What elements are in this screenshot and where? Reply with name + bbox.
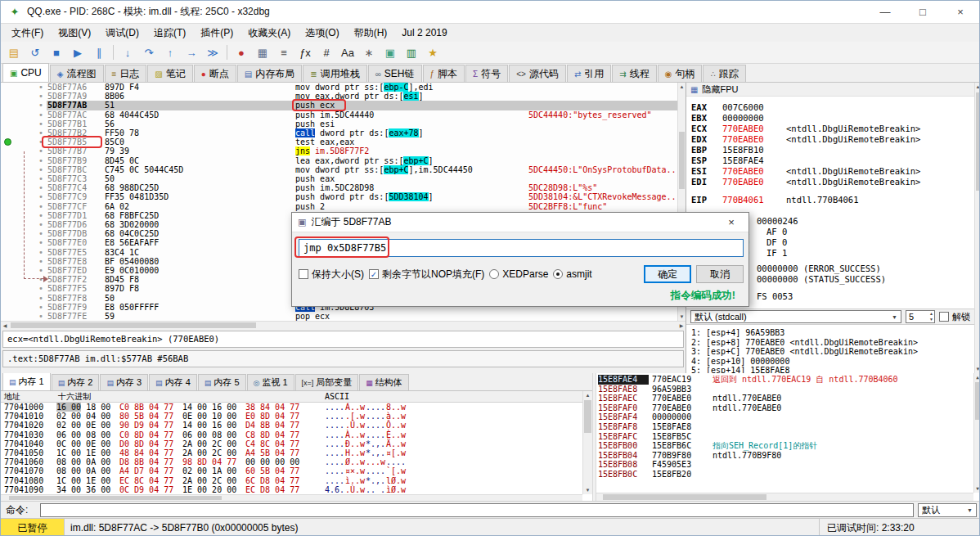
settings-icon[interactable]: ∗ — [359, 43, 379, 61]
cpu-icon[interactable]: ▣ — [380, 43, 400, 61]
stack-row[interactable]: 15E8FAE896A59BB3 — [596, 385, 980, 394]
step-out-icon[interactable]: ↑ — [160, 43, 180, 61]
menu-build-date[interactable]: Jul 2 2019 — [394, 25, 454, 41]
tab-memory-4[interactable]: ▤内存 4 — [149, 374, 197, 390]
run-to-cursor-icon[interactable]: → — [182, 43, 201, 61]
tab-memory-5[interactable]: ▤内存 5 — [198, 374, 246, 390]
register-eax[interactable]: EAX007C6000 — [691, 102, 786, 112]
scroll-thumb[interactable] — [584, 400, 591, 433]
tab-symbols[interactable]: Σ符号 — [465, 65, 508, 82]
tab-references[interactable]: ⇄引用 — [567, 65, 611, 82]
tab-notes[interactable]: ▨笔记 — [147, 65, 192, 82]
hide-fpu-bar[interactable]: ▦ 隐藏FPU — [686, 83, 974, 97]
stack-row[interactable]: 15E8FB0015E8FB6C指向SEH_Record[1]的指针 — [596, 441, 980, 451]
register-edx[interactable]: EDX770EABE0<ntdll.DbgUiRemoteBreakin> — [691, 134, 920, 144]
tab-memory-map[interactable]: ▤内存布局 — [237, 65, 302, 82]
register-eip[interactable]: EIP770B4061ntdll.770B4061 — [691, 195, 859, 205]
menu-trace[interactable]: 追踪(T) — [146, 25, 193, 41]
dump-vscrollbar[interactable]: ▲ ▼ — [582, 391, 592, 494]
disasm-row[interactable]: •5D8F77BCC745 0C 5044C45Dmov dword ptr s… — [1, 165, 677, 175]
scroll-thumb[interactable] — [603, 494, 766, 500]
dump-row[interactable]: 770410501C 00 1E 0048 84 04 772A 00 2C 0… — [1, 448, 582, 457]
tab-memory-3[interactable]: ▤内存 3 — [100, 374, 148, 390]
run-icon[interactable]: ▶ — [68, 43, 88, 61]
restart-icon[interactable]: ↺ — [25, 43, 45, 61]
stack-row[interactable]: 15E8FB04770B9F80ntdll.770B9F80 — [596, 451, 980, 461]
scroll-up-icon[interactable]: ▲ — [583, 391, 592, 399]
dump-row[interactable]: 7704101002 00 04 0080 5B 04 770E 00 10 0… — [1, 412, 582, 421]
maximize-button[interactable]: □ — [904, 1, 942, 23]
command-profile-select[interactable]: 默认 ▼ — [918, 503, 977, 517]
menu-view[interactable]: 视图(V) — [51, 25, 98, 41]
stop-icon[interactable]: ■ — [47, 43, 66, 61]
disasm-row[interactable]: •5D8F77AC68 4044C45Dpush im.5DC444405DC4… — [1, 110, 677, 120]
register-ecx[interactable]: ECX770EABE0<ntdll.DbgUiRemoteBreakin> — [691, 124, 920, 133]
dump-hscrollbar[interactable] — [1, 494, 582, 501]
step-into-icon[interactable]: ↓ — [118, 43, 137, 61]
dialog-titlebar[interactable]: ▣ 汇编于 5D8F77AB × — [292, 213, 748, 232]
help-book-icon[interactable]: ▥ — [402, 43, 421, 61]
scroll-down-icon[interactable]: ▼ — [974, 484, 980, 493]
disasm-row[interactable]: •5D8F77B585C0test eax,eax — [1, 137, 677, 147]
scroll-down-icon[interactable]: ▼ — [678, 313, 686, 321]
breakpoint-dot[interactable] — [4, 138, 11, 146]
log-icon[interactable]: ≡ — [274, 43, 294, 61]
menu-debug[interactable]: 调试(D) — [98, 25, 146, 41]
tab-graph[interactable]: ◈流程图 — [50, 65, 104, 82]
pause-icon[interactable]: ∥ — [89, 43, 109, 61]
disasm-row[interactable]: •5D8F77B156push esi — [1, 119, 677, 129]
stack-row[interactable]: 15E8FB08F45905E3 — [596, 460, 980, 470]
close-button[interactable]: × — [942, 1, 979, 23]
favourites-star-icon[interactable]: ★ — [423, 43, 443, 61]
trace-into-icon[interactable]: ≫ — [203, 43, 223, 61]
tab-memory-1[interactable]: ▤内存 1 — [2, 373, 51, 390]
register-esp[interactable]: ESP15E8FAE4 — [691, 155, 786, 165]
tab-threads[interactable]: ⇉线程 — [612, 65, 656, 82]
minimize-button[interactable]: — — [866, 1, 904, 23]
spinner-arrows-icon[interactable]: ▲▼ — [929, 311, 933, 322]
scroll-thumb[interactable] — [11, 322, 256, 328]
unlock-checkbox[interactable]: 解锁 — [939, 311, 970, 323]
tab-call-stack[interactable]: ≣调用堆栈 — [303, 65, 366, 82]
register-ebp[interactable]: EBP15E8FB10 — [691, 145, 786, 155]
scroll-up-icon[interactable]: ▲ — [975, 83, 980, 91]
tab-trace[interactable]: ∴跟踪 — [703, 65, 745, 82]
tab-source[interactable]: <>源代码 — [509, 65, 566, 82]
dump-row[interactable]: 7704102002 00 0E 0090 D9 04 7714 00 16 0… — [1, 421, 582, 430]
command-input[interactable] — [40, 503, 914, 517]
argument-row[interactable]: 2: [esp+8] 770EABE0 <ntdll.DbgUiRemoteBr… — [691, 338, 918, 347]
stack-vscrollbar[interactable]: ▲ ▼ — [973, 373, 980, 493]
scroll-up-icon[interactable]: ▲ — [678, 83, 686, 91]
argument-row[interactable]: 3: [esp+C] 770EABE0 <ntdll.DbgUiRemoteBr… — [691, 347, 918, 356]
tab-script[interactable]: ƒ脚本 — [423, 65, 465, 82]
disasm-row[interactable]: •5D8F77C350push eax — [1, 174, 677, 184]
disasm-row[interactable]: •5D8F77C468 988DC25Dpush im.5DC28D985DC2… — [1, 183, 677, 193]
argument-row[interactable]: 1: [esp+4] 96A59BB3 — [691, 328, 784, 337]
disasm-hscrollbar[interactable]: ◀ ▶ — [1, 321, 686, 329]
disasm-row[interactable]: •5D8F77FE59pop ecx — [1, 312, 677, 321]
stack-row[interactable]: 15E8FB0C15E8FB20 — [596, 470, 980, 480]
tab-locals[interactable]: [x=]局部变量 — [295, 374, 359, 390]
step-over-icon[interactable]: ↷ — [139, 43, 159, 61]
disasm-row[interactable]: •5D8F77A6897D F4mov dword ptr ss:[ebp-C]… — [1, 83, 677, 92]
registers-vscrollbar[interactable]: ▲ ▼ — [974, 83, 980, 373]
disasm-row[interactable]: •5D8F77CF6A 02push 25DC2BFF8:L"func" — [1, 202, 677, 212]
memory-map-icon[interactable]: ▦ — [253, 43, 272, 61]
dump-row[interactable]: 7704100016 00 18 00C0 8B 04 7714 00 16 0… — [1, 403, 582, 412]
tab-breakpoints[interactable]: ●断点 — [194, 65, 236, 82]
stack-row[interactable]: 15E8FAFC15E8FB5C — [596, 432, 980, 442]
dump-row[interactable]: 7704103006 00 08 00C0 8D 04 7706 00 08 0… — [1, 430, 582, 439]
scroll-left-icon[interactable]: ◀ — [1, 322, 9, 330]
dump-row[interactable]: 770410400C 00 0E 00D0 8D 04 772A 00 2C 0… — [1, 439, 582, 448]
dump-row[interactable]: 7704106008 00 0A 00D8 8B 04 7798 8D 04 7… — [1, 457, 582, 466]
stack-row[interactable]: 15E8FAE4770EAC19返回到 ntdll.770EAC19 自 ntd… — [596, 375, 980, 385]
script-icon[interactable]: ƒx — [295, 43, 315, 61]
stack-row[interactable]: 15E8FAF815E8FAE8 — [596, 422, 980, 432]
stack-row[interactable]: 15E8FAF0770EABE0ntdll.770EABE0 — [596, 403, 980, 413]
calculator-icon[interactable]: # — [317, 43, 336, 61]
disasm-row[interactable]: •5D8F77B98D45 0Clea eax,dword ptr ss:[eb… — [1, 156, 677, 166]
scroll-down-icon[interactable]: ▼ — [975, 365, 980, 373]
open-file-icon[interactable]: ▤ — [4, 43, 24, 61]
dump-row[interactable]: 7704109034 00 36 000C D9 04 771E 00 20 0… — [1, 485, 582, 494]
register-edi[interactable]: EDI770EABE0<ntdll.DbgUiRemoteBreakin> — [691, 177, 920, 187]
